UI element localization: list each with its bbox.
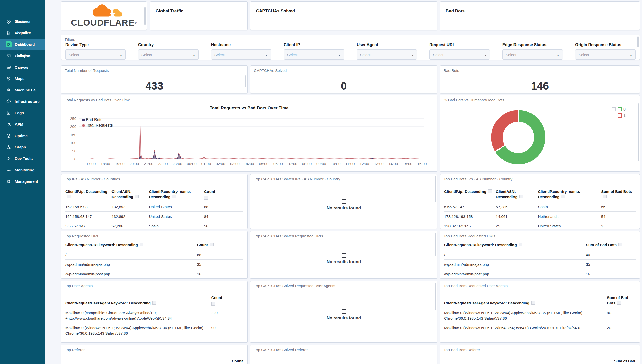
scrollbar-thumb[interactable] [435,233,436,256]
table-cell: / [444,250,586,259]
sort-checkbox [210,243,214,246]
panel-top-captcha-referer: Top CAPTCHAs Solved Referer [250,345,437,364]
column-header[interactable]: Sum of Bad Bots [607,295,636,306]
column-header[interactable]: ClientIP.country_name: Descending [149,189,204,200]
chevron-down-icon: ⌄ [192,53,195,57]
filter-field-user-agent: User AgentSelect...⌄ [357,43,417,60]
table-header-row: ClientRequestURI.keyword: DescendingSum … [444,242,636,250]
sort-checkbox [603,195,607,198]
sidebar-footer-collapse[interactable]: Collapse [0,50,45,61]
scrollbar-thumb[interactable] [637,36,639,47]
section-title: Bad Bots [440,2,640,14]
column-header[interactable]: ClientIP.ip: Descending [65,189,111,200]
x-axis-tick-label: 08:00 [302,162,312,166]
scrollbar-thumb[interactable] [435,283,436,310]
chevron-down-icon: ⌄ [120,53,122,57]
column-header[interactable]: Count [197,242,243,247]
table-cell: / [65,250,197,259]
y-axis-tick-label: 150 [70,133,76,137]
table-row: 162.158.68.147132,892United States84 [65,212,243,221]
panel-title: Top CAPTCHAs Solved Requested URIs [250,231,437,238]
donut-legend: 0 1 [610,106,627,119]
table-cell: 54 [601,212,636,221]
filters-row: Device TypeSelect...⌄CountrySelect...⌄Ho… [61,42,640,60]
filter-select[interactable]: Select...⌄ [284,49,344,60]
table-cell: 16 [586,269,636,279]
table-row: /wp-admin/admin-post.php16 [444,269,636,279]
column-header[interactable]: Count [232,359,243,364]
panel-title: Top CAPTCHAs Solved IPs - AS Number - Co… [250,174,437,181]
column-header[interactable]: ClientRequestUserAgent.keyword: Descendi… [444,300,607,306]
filter-select[interactable]: Select...⌄ [211,49,271,60]
x-axis-tick-label: 10:00 [331,162,341,166]
sort-checkbox [519,195,523,198]
column-header[interactable]: Count [211,295,243,306]
registered-mark: ® [135,21,137,24]
filter-select[interactable]: Select...⌄ [65,49,126,60]
filter-select[interactable]: Select...⌄ [429,49,490,60]
filter-select[interactable]: Select...⌄ [138,49,199,60]
panel-top-bad-bot-user-agents: Top Bad Bots Requested User Agents Clien… [440,281,640,343]
empty-label: No results found [250,259,437,264]
table-cell: /wp-admin/admin-post.php [444,269,586,279]
table-row: 5.56.57.14757,286Spain56 [65,221,243,229]
data-table: ClientRequestUserAgent.keyword: Descendi… [65,295,243,338]
legend-item-0[interactable]: 0 [610,106,627,112]
scrollbar-thumb[interactable] [435,176,436,202]
column-header[interactable]: Sum of Bad Bots [608,359,635,364]
table-header-row: ClientIP.ip: DescendingClientASN: Descen… [444,189,636,202]
panel-requests-vs-bad-bots-chart: Total Requests vs Bad Bots Over Time Tot… [61,95,437,172]
legend-item-1[interactable]: 1 [610,112,627,119]
column-header[interactable]: Count [204,189,243,200]
column-header[interactable]: ClientIP.country_name: Descending [538,189,601,200]
y-axis-tick-label: 100 [70,141,76,145]
filter-select[interactable]: Select...⌄ [502,49,563,60]
y-axis-tick-label: 0 [74,157,76,161]
filter-label: Edge Response Status [502,43,563,47]
column-header[interactable]: ClientRequestURI.keyword: Descending [65,242,197,247]
panel-metric-total-requests: Total Number of Requests 433 [61,65,248,93]
legend-item-bad-bots[interactable]: Bad Bots [82,117,113,123]
table-cell: United States [149,202,204,211]
sidebar-footer-logout[interactable]: Logout [0,27,45,39]
panel-top-requested-uri: Top Requested URI ClientRequestURI.keywo… [61,231,248,279]
panel-top-captcha-user-agents: Top CAPTCHAs Solved Requested User Agent… [250,281,437,343]
column-header[interactable]: ClientASN: Descending [111,189,149,200]
cloudflare-logo: CLOUDFLARE® [61,2,147,26]
table-row: 162.158.67.8132,892United States88 [65,202,243,212]
filter-select[interactable]: Select...⌄ [357,49,417,60]
column-header[interactable]: ClientRequestUserAgent.keyword: Descendi… [65,300,211,306]
scrollbar-thumb[interactable] [144,7,146,25]
sort-checkbox [488,189,492,193]
panel-global-traffic-header: Global Traffic [150,1,248,30]
filter-field-device-type: Device TypeSelect...⌄ [65,43,126,60]
column-header[interactable]: ClientASN: Descending [496,189,538,200]
select-placeholder: Select... [69,53,82,57]
column-header[interactable]: Sum of Bad Bots [601,189,636,200]
sidebar-footer-default[interactable]: DDefault [0,39,45,50]
column-header[interactable]: ClientIP.ip: Descending [444,189,496,200]
legend-item-total-requests[interactable]: Total Requests [82,123,113,128]
table-cell: /wp-admin/admin-post.php [65,269,197,279]
legend-swatch-green [618,107,622,111]
table-cell: 35 [197,260,243,269]
table-cell: 57,286 [496,202,538,211]
scrollbar-thumb[interactable] [245,75,246,87]
panel-metric-captchas-solved: CAPTCHAs Solved 0 [250,65,437,93]
x-axis-tick-label: 00:00 [187,162,197,166]
table-cell: 40 [586,250,636,259]
data-table: ClientRequestURI.keyword: DescendingSum … [444,242,636,279]
sidebar-footer-elastic[interactable]: elastic [0,16,45,27]
data-table: ClientRequestUserAgent.keyword: Descendi… [444,295,636,333]
table-cell: 56 [204,221,243,229]
column-header[interactable]: ClientRequestURI.keyword: Descending [444,242,586,247]
x-axis-tick-label: 17:00 [86,162,96,166]
table-cell: 5.56.57.147 [65,221,111,229]
column-header[interactable]: Sum of Bad Bots [586,242,636,247]
table-header-row: ClientIP.ip: DescendingClientASN: Descen… [65,189,243,202]
panel-metric-bad-bots: Bad Bots 146 [440,65,640,93]
table-cell: Mozilla/5.0 (Windows NT 6.1; WOW64) Appl… [444,308,607,323]
filter-select[interactable]: Select...⌄ [575,49,636,60]
filter-field-client-ip: Client IPSelect...⌄ [284,43,344,60]
scrollbar-thumb[interactable] [638,103,639,161]
